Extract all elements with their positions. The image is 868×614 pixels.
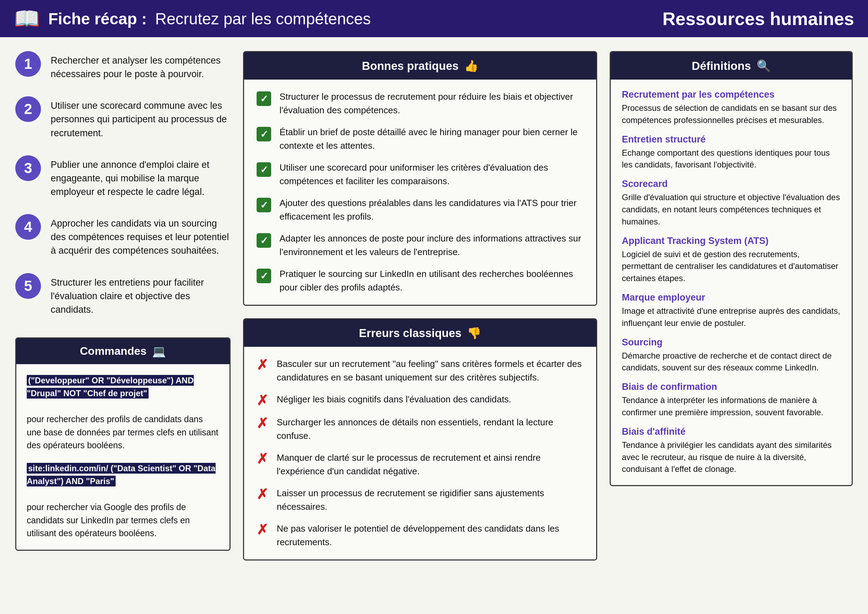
step-number-1: 1 (15, 51, 41, 77)
definition-item-8: Biais d'affinité Tendance à privilégier … (622, 426, 840, 476)
erreur-item-1: ✗ Basculer sur un recrutement "au feelin… (257, 357, 584, 384)
step-item-1: 1 Rechercher et analyser les compétences… (15, 51, 231, 81)
step-text-2: Utiliser une scorecard commune avec les … (51, 96, 231, 140)
def-desc-5: Image et attractivité d'une entreprise a… (622, 305, 840, 330)
main-content: 1 Rechercher et analyser les compétences… (0, 37, 868, 574)
right-column: Définitions 🔍 Recrutement par les compét… (610, 51, 853, 561)
header-title-light: Recrutez par les compétences (155, 9, 371, 28)
definitions-header: Définitions 🔍 (611, 52, 852, 79)
check-icon-3: ✓ (257, 162, 271, 177)
header-title-bold: Fiche récap : (48, 9, 147, 28)
bonne-pratique-text-4: Ajouter des questions préalables dans le… (279, 196, 584, 224)
definitions-body: Recrutement par les compétences Processu… (611, 79, 852, 485)
def-term-8: Biais d'affinité (622, 426, 840, 437)
step-number-3: 3 (15, 155, 41, 181)
step-text-5: Structurer les entretiens pour faciliter… (51, 273, 231, 317)
erreur-item-2: ✗ Négliger les biais cognitifs dans l'év… (257, 393, 584, 407)
check-icon-5: ✓ (257, 233, 271, 248)
step-item-3: 3 Publier une annonce d'emploi claire et… (15, 155, 231, 199)
erreurs-classiques-header: Erreurs classiques 👎 (244, 319, 596, 347)
def-term-2: Entretien structuré (622, 134, 840, 145)
header-subtitle: Ressources humaines (662, 8, 854, 29)
bonnes-pratiques-box: Bonnes pratiques 👍 ✓ Structurer le proce… (243, 51, 597, 306)
check-icon-6: ✓ (257, 269, 271, 283)
erreur-text-1: Basculer sur un recrutement "au feeling"… (277, 357, 584, 384)
erreur-text-4: Manquer de clarté sur le processus de re… (277, 451, 584, 478)
check-icon-2: ✓ (257, 127, 271, 141)
cross-icon-4: ✗ (257, 452, 268, 466)
bonne-pratique-text-1: Structurer le processus de recrutement p… (279, 90, 584, 117)
cross-icon-1: ✗ (257, 358, 268, 372)
bonne-pratique-text-3: Utiliser une scorecard pour uniformiser … (279, 161, 584, 188)
def-term-3: Scorecard (622, 179, 840, 190)
erreur-text-3: Surcharger les annonces de détails non e… (277, 416, 584, 443)
def-desc-2: Echange comportant des questions identiq… (622, 147, 840, 171)
bonne-pratique-text-2: Établir un brief de poste détaillé avec … (279, 126, 584, 152)
middle-column: Bonnes pratiques 👍 ✓ Structurer le proce… (243, 51, 597, 561)
def-desc-6: Démarche proactive de recherche et de co… (622, 350, 840, 374)
definition-item-1: Recrutement par les compétences Processu… (622, 89, 840, 126)
bonne-pratique-item-1: ✓ Structurer le processus de recrutement… (257, 90, 584, 117)
def-desc-1: Processus de sélection de candidats en s… (622, 102, 840, 126)
definition-item-4: Applicant Tracking System (ATS) Logiciel… (622, 236, 840, 284)
cross-icon-5: ✗ (257, 487, 268, 501)
step-number-5: 5 (15, 273, 41, 299)
def-term-6: Sourcing (622, 337, 840, 348)
header: 📖 Fiche récap : Recrutez par les compéte… (0, 0, 868, 37)
bonne-pratique-item-6: ✓ Pratiquer le sourcing sur LinkedIn en … (257, 267, 584, 294)
erreur-item-3: ✗ Surcharger les annonces de détails non… (257, 416, 584, 443)
cross-icon-2: ✗ (257, 393, 268, 407)
definition-item-2: Entretien structuré Echange comportant d… (622, 134, 840, 171)
bonnes-pratiques-label: Bonnes pratiques (362, 59, 459, 73)
erreurs-classiques-label: Erreurs classiques (359, 326, 462, 340)
bonne-pratique-text-5: Adapter les annonces de poste pour inclu… (279, 232, 584, 259)
left-column: 1 Rechercher et analyser les compétences… (15, 51, 231, 561)
check-icon-4: ✓ (257, 198, 271, 212)
commandes-box: Commandes 💻 ("Developpeur" OR "Développe… (15, 337, 231, 551)
definition-item-5: Marque employeur Image et attractivité d… (622, 292, 840, 330)
def-term-1: Recrutement par les compétences (622, 89, 840, 100)
def-desc-8: Tendance à privilégier les candidats aya… (622, 439, 840, 476)
step-number-2: 2 (15, 96, 41, 122)
commande-highlighted-2: site:linkedin.com/in/ ("Data Scientist" … (27, 463, 215, 487)
def-desc-4: Logiciel de suivi et de gestion des recr… (622, 249, 840, 284)
erreur-text-5: Laisser un processus de recrutement se r… (277, 487, 584, 514)
def-term-4: Applicant Tracking System (ATS) (622, 236, 840, 246)
step-text-4: Approcher les candidats via un sourcing … (51, 214, 231, 258)
def-desc-3: Grille d'évaluation qui structure et obj… (622, 191, 840, 228)
def-term-5: Marque employeur (622, 292, 840, 303)
step-item-4: 4 Approcher les candidats via un sourcin… (15, 214, 231, 258)
def-desc-7: Tendance à interpréter les informations … (622, 395, 840, 419)
step-item-5: 5 Structurer les entretiens pour facilit… (15, 273, 231, 317)
bonne-pratique-item-2: ✓ Établir un brief de poste détaillé ave… (257, 126, 584, 152)
cross-icon-6: ✗ (257, 522, 268, 536)
step-item-2: 2 Utiliser une scorecard commune avec le… (15, 96, 231, 140)
commande-entry-1: ("Developpeur" OR "Développeuse") AND "D… (27, 374, 219, 452)
definition-item-6: Sourcing Démarche proactive de recherche… (622, 337, 840, 374)
erreur-item-6: ✗ Ne pas valoriser le potentiel de dével… (257, 522, 584, 549)
commande-highlighted-1: ("Developpeur" OR "Développeuse") AND "D… (27, 375, 194, 399)
commandes-icon: 💻 (152, 345, 166, 358)
commandes-body: ("Developpeur" OR "Développeuse") AND "D… (16, 364, 229, 550)
erreurs-classiques-box: Erreurs classiques 👎 ✗ Basculer sur un r… (243, 318, 597, 561)
erreurs-classiques-body: ✗ Basculer sur un recrutement "au feelin… (244, 347, 596, 560)
step-number-4: 4 (15, 214, 41, 240)
bonnes-pratiques-body: ✓ Structurer le processus de recrutement… (244, 79, 596, 305)
commandes-label: Commandes (80, 345, 147, 358)
erreur-item-5: ✗ Laisser un processus de recrutement se… (257, 487, 584, 514)
bonnes-pratiques-header: Bonnes pratiques 👍 (244, 52, 596, 79)
check-icon-1: ✓ (257, 92, 271, 106)
steps-container: 1 Rechercher et analyser les compétences… (15, 51, 231, 332)
definitions-icon: 🔍 (756, 59, 771, 73)
def-term-7: Biais de confirmation (622, 382, 840, 392)
bonne-pratique-item-5: ✓ Adapter les annonces de poste pour inc… (257, 232, 584, 259)
bonne-pratique-item-4: ✓ Ajouter des questions préalables dans … (257, 196, 584, 224)
erreurs-classiques-icon: 👎 (467, 326, 481, 340)
bonne-pratique-item-3: ✓ Utiliser une scorecard pour uniformise… (257, 161, 584, 188)
definitions-box: Définitions 🔍 Recrutement par les compét… (610, 51, 853, 486)
definition-item-7: Biais de confirmation Tendance à interpr… (622, 382, 840, 419)
commandes-header: Commandes 💻 (16, 339, 229, 364)
bonne-pratique-text-6: Pratiquer le sourcing sur LinkedIn en ut… (279, 267, 584, 294)
bonnes-pratiques-icon: 👍 (464, 59, 479, 73)
erreur-text-6: Ne pas valoriser le potentiel de dévelop… (277, 522, 584, 549)
